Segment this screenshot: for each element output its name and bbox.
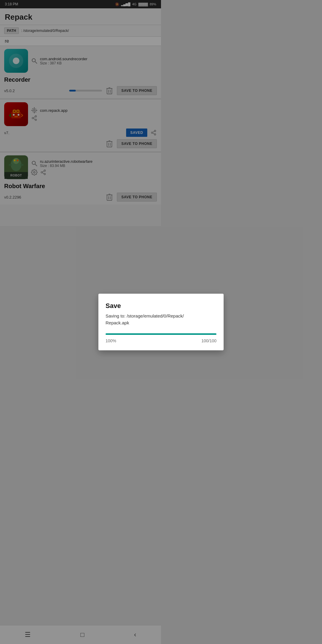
modal-overlay: Save Saving to: /storage/emulated/0/Repa…: [0, 0, 161, 322]
modal-title: Save: [106, 302, 161, 310]
modal-subtitle: Saving to: /storage/emulated/0/Repack/Re…: [106, 313, 161, 322]
save-dialog: Save Saving to: /storage/emulated/0/Repa…: [98, 294, 161, 322]
